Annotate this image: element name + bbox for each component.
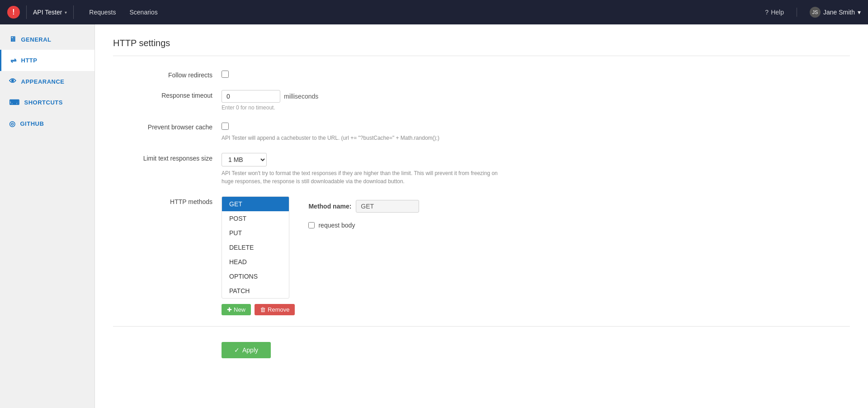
follow-redirects-row: Follow redirects [113,70,850,79]
prevent-cache-checkbox[interactable] [222,123,229,130]
sidebar-item-github[interactable]: ◎ GITHUB [0,113,94,134]
nav-divider-2 [73,5,74,19]
method-name-label: Method name: [308,203,351,210]
apply-button-label: Apply [242,346,258,354]
nav-link-scenarios[interactable]: Scenarios [129,9,157,16]
method-item-head[interactable]: HEAD [222,255,289,269]
user-menu[interactable]: JS Jane Smith ▾ [810,7,861,18]
response-timeout-row: Response timeout milliseconds Enter 0 fo… [113,90,850,111]
remove-button-label: Remove [268,306,289,313]
user-name-label: Jane Smith [823,9,855,16]
follow-redirects-checkbox[interactable] [222,71,229,78]
limit-size-label: Limit text responses size [122,153,222,162]
main-content: HTTP settings Follow redirects Response … [95,24,868,408]
nav-divider-3 [797,8,797,17]
http-methods-control: GET POST PUT DELETE HEAD OPTIONS PATCH [222,196,841,315]
sidebar-label-http: HTTP [21,57,38,64]
help-label: Help [771,9,784,16]
sidebar-item-appearance[interactable]: 👁 APPEARANCE [0,71,94,92]
section-divider [113,326,850,327]
request-body-checkbox[interactable] [308,222,315,228]
user-chevron-icon: ▾ [858,9,861,16]
response-timeout-hint: Enter 0 for no timeout. [222,104,841,111]
http-methods-container: GET POST PUT DELETE HEAD OPTIONS PATCH [222,196,841,315]
nav-right: ? Help JS Jane Smith ▾ [765,7,861,18]
method-item-get[interactable]: GET [222,197,289,211]
response-timeout-label: Response timeout [122,90,222,99]
nav-links: Requests Scenarios [89,9,157,16]
app-layout: 🖥 GENERAL ⇌ HTTP 👁 APPEARANCE ⌨ SHORTCUT… [0,24,868,408]
help-button[interactable]: ? Help [765,9,784,16]
http-methods-row: HTTP methods GET POST PUT DELETE HEAD OP… [113,196,850,315]
sidebar: 🖥 GENERAL ⇌ HTTP 👁 APPEARANCE ⌨ SHORTCUT… [0,24,95,408]
response-timeout-input[interactable] [222,90,280,103]
settings-body: Follow redirects Response timeout millis… [113,65,850,315]
keyboard-icon: ⌨ [9,98,20,107]
apply-section: ✓ Apply [113,337,850,367]
sidebar-label-general: GENERAL [21,36,52,43]
eye-icon: 👁 [9,77,17,85]
checkmark-icon: ✓ [234,346,240,354]
nav-divider-1 [26,5,27,19]
user-avatar: JS [810,7,821,18]
trash-icon: 🗑 [260,306,266,313]
response-timeout-control: milliseconds Enter 0 for no timeout. [222,90,841,111]
method-item-patch[interactable]: PATCH [222,284,289,298]
app-logo-icon: ! [7,6,20,19]
methods-buttons: ✚ New 🗑 Remove [222,304,295,315]
top-nav: ! API Tester ▾ Requests Scenarios ? Help… [0,0,868,24]
method-item-post[interactable]: POST [222,211,289,226]
method-name-area: Method name: [308,200,419,213]
prevent-cache-control: API Tester will append a cachebuster to … [222,122,841,142]
new-button-label: New [234,306,245,313]
method-item-delete[interactable]: DELETE [222,240,289,255]
monitor-icon: 🖥 [9,35,17,43]
page-title: HTTP settings [113,38,850,56]
limit-size-desc: API Tester won't try to format the text … [222,169,502,185]
timeout-unit-label: milliseconds [284,93,318,100]
github-icon: ◎ [9,119,16,128]
remove-method-button[interactable]: 🗑 Remove [255,304,295,315]
apply-button[interactable]: ✓ Apply [222,342,271,358]
method-details: Method name: request body [308,196,419,229]
method-item-put[interactable]: PUT [222,226,289,240]
sidebar-item-general[interactable]: 🖥 GENERAL [0,29,94,50]
http-methods-label: HTTP methods [122,196,222,205]
limit-size-control: 1 MB 5 MB 10 MB 50 MB No limit API Teste… [222,153,841,185]
prevent-cache-desc: API Tester will append a cachebuster to … [222,134,502,142]
methods-list: GET POST PUT DELETE HEAD OPTIONS PATCH [222,196,289,299]
sidebar-item-shortcuts[interactable]: ⌨ SHORTCUTS [0,92,94,113]
sidebar-item-http[interactable]: ⇌ HTTP [0,50,94,71]
sidebar-label-github: GITHUB [20,120,44,127]
follow-redirects-label: Follow redirects [122,70,222,79]
new-method-button[interactable]: ✚ New [222,304,251,315]
follow-redirects-control [222,70,841,79]
limit-size-select[interactable]: 1 MB 5 MB 10 MB 50 MB No limit [222,153,267,166]
nav-link-requests[interactable]: Requests [89,9,116,16]
request-body-area: request body [308,222,419,229]
app-name-dropdown[interactable]: API Tester ▾ [33,9,67,16]
help-circle-icon: ? [765,9,769,16]
request-body-label: request body [318,222,355,229]
http-arrows-icon: ⇌ [10,56,17,65]
app-name-chevron-icon: ▾ [65,10,67,15]
prevent-cache-label: Prevent browser cache [122,122,222,131]
sidebar-label-appearance: APPEARANCE [21,78,65,85]
method-item-options[interactable]: OPTIONS [222,269,289,284]
app-name-label: API Tester [33,9,62,16]
limit-size-row: Limit text responses size 1 MB 5 MB 10 M… [113,153,850,185]
plus-icon: ✚ [227,306,232,313]
sidebar-label-shortcuts: SHORTCUTS [24,99,63,106]
prevent-cache-row: Prevent browser cache API Tester will ap… [113,122,850,142]
method-name-input[interactable] [356,200,419,213]
